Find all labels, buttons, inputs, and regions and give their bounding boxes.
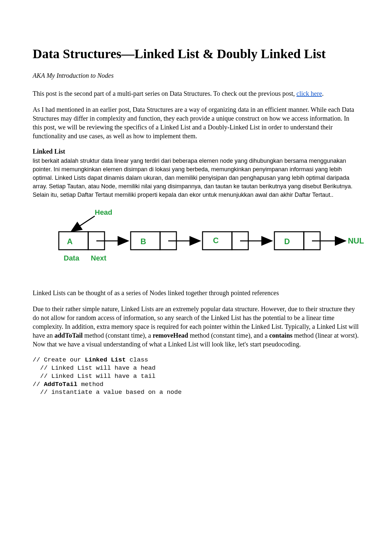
code-l4c: method [77, 381, 104, 388]
next-label: Next [91, 254, 106, 262]
node-c-label: C [213, 236, 219, 245]
subtitle: AKA My Introduction to Nodes [33, 71, 359, 80]
contains-term: contains [269, 332, 292, 339]
code-l1a: // Create our [33, 356, 85, 363]
intro-text-a: This post is the second part of a multi-… [33, 90, 297, 97]
svg-rect-1 [59, 232, 88, 250]
linked-list-description: list berkait adalah struktur data linear… [33, 157, 359, 199]
node-d-label: D [284, 237, 290, 246]
pseudocode-block: // Create our Linked List class // Linke… [33, 356, 359, 396]
intro-paragraph-2: As I had mentioned in an earlier post, D… [33, 105, 359, 141]
page-title: Data Structures—Linked List & Doubly Lin… [33, 46, 359, 62]
removehead-term: removeHead [153, 332, 188, 339]
code-l4a: // [33, 381, 44, 388]
head-arrow [72, 216, 95, 231]
node-a-label: A [67, 237, 73, 246]
node-b-label: B [140, 237, 146, 246]
code-l2: // Linked List will have a head [33, 364, 155, 372]
head-label: Head [95, 208, 112, 216]
exp-b: method (constant time), a [83, 332, 153, 339]
null-label: NUL [348, 236, 364, 245]
data-label: Data [64, 254, 79, 262]
code-l1b: Linked List [85, 356, 126, 363]
linked-list-diagram: Head A Data Next B C D NUL [33, 209, 359, 276]
code-l3: // Linked List will have a tail [33, 373, 155, 380]
intro-paragraph-1: This post is the second part of a multi-… [33, 89, 359, 98]
code-l1c: class [126, 356, 148, 363]
exp-c: method (constant time), and a [188, 332, 269, 339]
code-l5: // instantiate a value based on a node [33, 389, 182, 396]
diagram-caption: Linked Lists can be thought of as a seri… [33, 289, 359, 297]
explanation-paragraph: Due to their rather simple nature, Linke… [33, 305, 359, 349]
intro-text-b: . [322, 90, 324, 97]
click-here-link[interactable]: click here [297, 90, 322, 97]
code-l4b: AddToTail [44, 381, 77, 388]
linked-list-heading: Linked List [33, 148, 359, 155]
addtotail-term: addToTail [55, 332, 83, 339]
